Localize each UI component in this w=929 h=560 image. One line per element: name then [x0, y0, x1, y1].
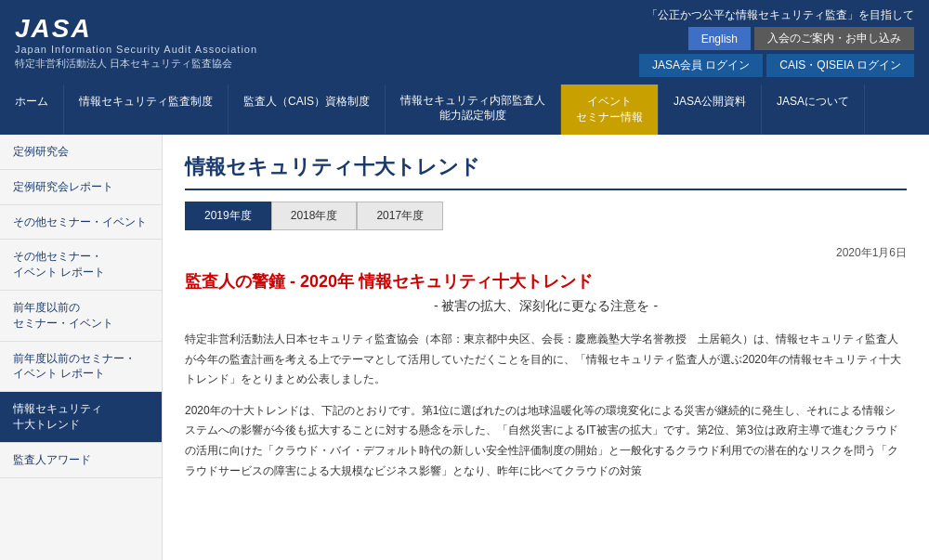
header-tagline: 「公正かつ公平な情報セキュリティ監査」を目指して — [647, 7, 914, 23]
header: JASA Japan Information Security Audit As… — [0, 0, 929, 135]
sidebar-item-other-events-report[interactable]: その他セミナー・イベント レポート — [0, 240, 162, 291]
tab-2018[interactable]: 2018年度 — [271, 202, 358, 230]
jasa-login-button[interactable]: JASA会員 ログイン — [639, 54, 763, 77]
sidebar-item-teireiken-report[interactable]: 定例研究会レポート — [0, 170, 162, 205]
article-title: 監査人の警鐘 - 2020年 情報セキュリティ十大トレンド — [185, 270, 907, 293]
nav-cais[interactable]: 監査人（CAIS）資格制度 — [229, 85, 386, 135]
header-top: JASA Japan Information Security Audit As… — [0, 0, 929, 85]
sidebar-item-teireiken[interactable]: 定例研究会 — [0, 135, 162, 170]
logo-full-text: Japan Information Security Audit Associa… — [15, 44, 257, 55]
nav-public-docs[interactable]: JASA公開資料 — [659, 85, 762, 135]
header-buttons2: JASA会員 ログイン CAIS・QISEIA ログイン — [639, 54, 914, 77]
header-buttons: English 入会のご案内・お申し込み — [688, 27, 914, 50]
sidebar-item-auditor-award[interactable]: 監査人アワード — [0, 443, 162, 478]
main-nav: ホーム 情報セキュリティ監査制度 監査人（CAIS）資格制度 情報セキュリティ内… — [0, 85, 929, 135]
nav-home[interactable]: ホーム — [0, 85, 64, 135]
layout: 定例研究会 定例研究会レポート その他セミナー・イベント その他セミナー・イベン… — [0, 135, 929, 560]
logo-jp-text: 特定非営利活動法人 日本セキュリティ監査協会 — [15, 57, 257, 71]
logo-area: JASA Japan Information Security Audit As… — [15, 14, 257, 71]
year-tabs: 2019年度 2018年度 2017年度 — [185, 202, 907, 230]
sidebar-item-prev-events[interactable]: 前年度以前のセミナー・イベント — [0, 291, 162, 342]
article-para-1: 特定非営利活動法人日本セキュリティ監査協会（本部：東京都中央区、会長：慶應義塾大… — [185, 330, 907, 390]
logo: JASA Japan Information Security Audit As… — [15, 14, 257, 71]
article-date: 2020年1月6日 — [185, 245, 907, 261]
nav-internal-audit[interactable]: 情報セキュリティ内部監査人能力認定制度 — [386, 85, 561, 135]
main-content: 情報セキュリティ十大トレンド 2019年度 2018年度 2017年度 2020… — [163, 135, 929, 560]
sidebar-item-prev-events-report[interactable]: 前年度以前のセミナー・イベント レポート — [0, 342, 162, 393]
member-button[interactable]: 入会のご案内・お申し込み — [754, 27, 914, 50]
logo-jasa-text: JASA — [15, 14, 92, 43]
nav-security-audit[interactable]: 情報セキュリティ監査制度 — [64, 85, 229, 135]
sidebar-item-other-events[interactable]: その他セミナー・イベント — [0, 205, 162, 241]
article-subtitle: - 被害の拡大、深刻化に更なる注意を - — [185, 298, 907, 315]
nav-events[interactable]: イベントセミナー情報 — [561, 85, 659, 135]
tab-2019[interactable]: 2019年度 — [185, 202, 271, 230]
nav-about[interactable]: JASAについて — [762, 85, 865, 135]
article-body: 特定非営利活動法人日本セキュリティ監査協会（本部：東京都中央区、会長：慶應義塾大… — [185, 330, 907, 481]
header-right: 「公正かつ公平な情報セキュリティ監査」を目指して English 入会のご案内・… — [639, 7, 914, 77]
sidebar: 定例研究会 定例研究会レポート その他セミナー・イベント その他セミナー・イベン… — [0, 135, 163, 560]
english-button[interactable]: English — [688, 27, 751, 50]
page-title: 情報セキュリティ十大トレンド — [185, 153, 907, 190]
sidebar-item-security-trends[interactable]: 情報セキュリティ十大トレンド — [0, 392, 162, 443]
cais-login-button[interactable]: CAIS・QISEIA ログイン — [766, 54, 914, 77]
tab-2017[interactable]: 2017年度 — [357, 202, 443, 230]
article-para-2: 2020年の十大トレンドは、下記のとおりです。第1位に選ばれたのは地球温暖化等の… — [185, 401, 907, 481]
